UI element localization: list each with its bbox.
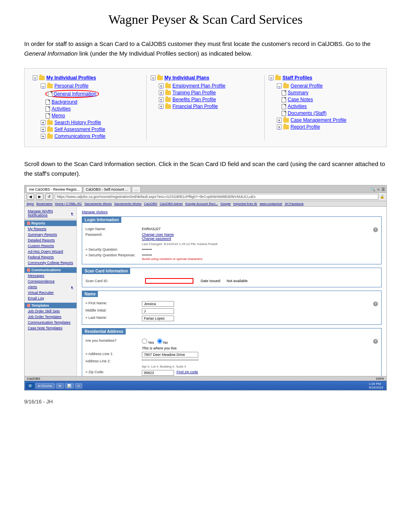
change-username-link[interactable]: Change User Name <box>142 233 174 237</box>
nav-item-report-profile[interactable]: + Report Profile <box>277 124 378 130</box>
nav-item-employment-plan[interactable]: + Employment Plan Profile <box>159 83 260 89</box>
first-name-input[interactable]: Jessica <box>142 301 174 307</box>
start-button[interactable]: ⊞ <box>26 383 34 389</box>
reload-button[interactable]: ↺ <box>45 193 53 200</box>
search-icon[interactable]: 🔍 <box>371 187 375 191</box>
nav-item-case-management-profile[interactable]: + Case Management Profile <box>277 117 378 123</box>
expand-self-assessment-icon[interactable]: + <box>41 127 46 132</box>
nav-item-staff-activities[interactable]: Activities <box>282 104 378 109</box>
manage-visitors-link[interactable]: Manage Visitors <box>82 210 382 214</box>
last-name-input[interactable]: Farias Lopez <box>142 316 174 321</box>
sidebar-manage-warn[interactable]: Manage WARN Notifications ▸ <box>25 208 77 218</box>
address-line2-input[interactable] <box>142 359 198 361</box>
sidebar-reports-header[interactable]: Reports <box>25 220 77 226</box>
nav-item-training-plan[interactable]: + Training Plan Profile <box>159 90 260 96</box>
nav-item-general-info[interactable]: General Information <box>46 90 142 98</box>
expand-search-history-icon[interactable]: + <box>41 120 46 125</box>
bookmark-apps[interactable]: Apps <box>27 202 34 206</box>
sidebar-case-note-templates[interactable]: Case Note Templates <box>25 325 77 331</box>
bookmark-sac-works-2[interactable]: Sacramento Works <box>114 202 141 206</box>
homeless-no-label[interactable]: No <box>157 341 168 345</box>
sidebar-templates-header[interactable]: Templates <box>25 303 77 308</box>
nav-item-search-history[interactable]: + Search History Profile <box>41 120 142 125</box>
expand-communications-icon[interactable]: + <box>41 134 46 139</box>
nav-item-background[interactable]: Background <box>46 99 142 105</box>
bookmark-bookmarks[interactable]: Bookmarks <box>36 202 52 206</box>
bookmark-google[interactable]: Google <box>220 202 231 206</box>
sidebar-custom-reports[interactable]: Custom Reports <box>25 243 77 249</box>
sidebar-summary-reports[interactable]: Summary Reports <box>25 232 77 237</box>
taskbar-chrome[interactable]: ● Chrome <box>35 383 55 389</box>
bookmark-imported-ie[interactable]: Imported from IE <box>233 202 257 206</box>
nav-item-documents-staff[interactable]: Documents (Staff) <box>282 110 378 116</box>
sidebar-community-college[interactable]: Community College Reports <box>25 260 77 266</box>
sidebar-email-log[interactable]: Email Log <box>25 295 77 301</box>
nav-item-self-assessment[interactable]: + Self Assessment Profile <box>41 127 142 132</box>
taskbar-other[interactable]: O <box>75 383 82 389</box>
sidebar-comms-header[interactable]: Communications <box>25 267 77 273</box>
browser-tab-active[interactable]: me CalJOBS - Review Regist... <box>26 186 82 192</box>
name-help-icon[interactable]: ? <box>373 301 378 306</box>
collapse-personal-icon[interactable]: – <box>41 83 46 88</box>
nav-item-benefits-plan[interactable]: + Benefits Plan Profile <box>159 97 260 102</box>
change-password-link[interactable]: Change password <box>142 237 171 241</box>
expand-benefits-icon[interactable]: + <box>159 97 164 102</box>
back-button[interactable]: ◀ <box>27 193 34 200</box>
bookmark-caljobs-admin[interactable]: CalJOBS Admin <box>160 202 183 206</box>
browser-tab-3[interactable]: ... <box>132 186 141 192</box>
expand-training-icon[interactable]: + <box>159 90 164 95</box>
taskbar-excel[interactable]: 📊 <box>65 383 74 389</box>
collapse-profiles-icon[interactable]: – <box>33 75 37 80</box>
sidebar-adhoc-query[interactable]: Ad-Hoc Query Wizard <box>25 249 77 254</box>
bookmark-caljobs[interactable]: CalJOBS <box>144 202 157 206</box>
sidebar-virtual-recruiter[interactable]: Virtual Recruiter <box>25 290 77 295</box>
nav-section-title-plans[interactable]: – My Individual Plans <box>151 75 260 81</box>
sidebar-correspondence[interactable]: Correspondence <box>25 278 77 284</box>
middle-initial-input[interactable]: J <box>142 308 174 314</box>
bookmark-home[interactable]: Home | CTABL-RC <box>55 202 82 206</box>
menu-icon[interactable]: ☰ <box>382 187 385 191</box>
star-icon[interactable]: ☆ <box>377 187 380 191</box>
nav-item-activities-profile[interactable]: Activities <box>46 106 142 112</box>
forward-button[interactable]: ▶ <box>36 193 44 200</box>
nav-item-communications-profile[interactable]: + Communications Profile <box>41 133 142 139</box>
nav-item-personal-profile[interactable]: – Personal Profile <box>41 83 142 89</box>
bookmark-jh-facebook[interactable]: JH Facebook <box>284 202 303 206</box>
expand-employment-icon[interactable]: + <box>159 83 164 88</box>
sidebar-federal-reports[interactable]: Federal Reports <box>25 254 77 260</box>
browser-tab-2[interactable]: CalJOBS - Self Account ... <box>83 186 131 192</box>
nav-item-memo[interactable]: Memo <box>46 113 142 118</box>
expand-financial-icon[interactable]: + <box>159 104 164 109</box>
nav-item-general-staff-profile[interactable]: – General Profile <box>277 83 378 89</box>
address-input[interactable]: https://www.caljobs.ca.gov/vosnet/regist… <box>55 194 378 200</box>
address-line1-input[interactable]: 7807 Deer Meadow Drive <box>142 352 198 357</box>
collapse-staff-icon[interactable]: – <box>269 75 274 80</box>
sidebar-my-reports[interactable]: My Reports <box>25 226 77 232</box>
taskbar-word[interactable]: W <box>56 383 64 389</box>
bookmark-sac-works-1[interactable]: Sacramento Works <box>85 202 112 206</box>
zip-code-input[interactable]: 95823 <box>142 370 174 376</box>
login-help-icon[interactable]: ? <box>373 227 378 232</box>
nav-section-title-profiles[interactable]: – My Individual Profiles <box>33 75 142 81</box>
sidebar-alerts[interactable]: Alerts ▸ <box>25 284 77 290</box>
collapse-general-staff-icon[interactable]: – <box>277 83 282 88</box>
scan-card-input[interactable] <box>145 278 193 284</box>
nav-item-case-notes[interactable]: Case Notes <box>282 97 378 102</box>
address-help-icon[interactable]: ? <box>373 339 378 344</box>
bookmark-google-account[interactable]: Google Account Reci... <box>185 202 218 206</box>
nav-item-financial-plan[interactable]: + Financial Plan Profile <box>159 104 260 109</box>
sidebar-communication-templates[interactable]: Communication Templates <box>25 320 77 325</box>
homeless-no-radio[interactable] <box>157 339 162 344</box>
sidebar-detailed-reports[interactable]: Detailed Reports <box>25 237 77 243</box>
sidebar-messages[interactable]: Messages <box>25 273 77 278</box>
expand-case-mgmt-icon[interactable]: + <box>277 118 282 123</box>
collapse-plans-icon[interactable]: – <box>151 75 156 80</box>
sidebar-job-order-templates[interactable]: Job Order Templates <box>25 314 77 320</box>
homeless-yes-radio[interactable] <box>142 339 147 344</box>
nav-section-title-staff[interactable]: – Staff Profiles <box>269 75 378 81</box>
homeless-yes-label[interactable]: Yes <box>142 341 155 345</box>
sidebar-job-order-skillsets[interactable]: Job Order Skill Sets <box>25 308 77 314</box>
bookmark-contactnet[interactable]: www.contactnet <box>259 202 282 206</box>
find-zip-code-link[interactable]: Find zip code <box>176 370 198 374</box>
expand-report-profile-icon[interactable]: + <box>277 125 282 129</box>
